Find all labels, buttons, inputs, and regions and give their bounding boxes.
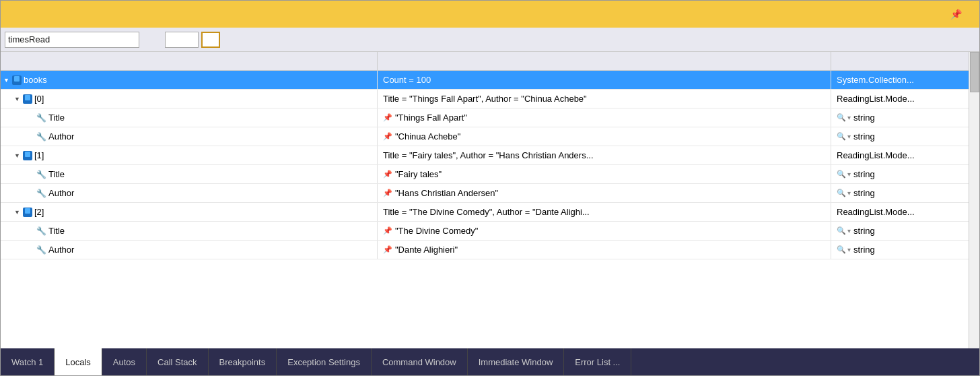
tab-exception-settings[interactable]: Exception Settings — [277, 348, 372, 375]
expand-icon[interactable]: ▼ — [14, 96, 21, 102]
table-header — [1, 52, 979, 71]
cell-name: 🔧Title — [1, 108, 378, 127]
tab-error-list-...[interactable]: Error List ... — [564, 348, 631, 375]
cell-type: 🔍▾string — [831, 222, 979, 240]
forward-button[interactable] — [150, 38, 155, 41]
value-text: Title = "Things Fall Apart", Author = "C… — [383, 94, 587, 104]
cell-value: 📌"The Divine Comedy" — [378, 222, 831, 240]
cell-type: ReadingList.Mode... — [831, 90, 979, 108]
close-btn[interactable] — [969, 13, 974, 15]
table-row[interactable]: ▼[2]Title = "The Divine Comedy", Author … — [1, 203, 979, 222]
tab-autos[interactable]: Autos — [102, 348, 147, 375]
type-dropdown-arrow[interactable]: ▾ — [847, 133, 851, 140]
cell-type: System.Collection... — [831, 71, 979, 89]
cell-value: 📌"Fairy tales" — [378, 165, 831, 183]
column-header-type — [831, 52, 979, 70]
tab-breakpoints[interactable]: Breakpoints — [209, 348, 277, 375]
type-dropdown-arrow[interactable]: ▾ — [847, 189, 851, 197]
tab-command-window[interactable]: Command Window — [372, 348, 468, 375]
cell-name: ▼[1] — [1, 146, 378, 164]
table-row[interactable]: 🔧Title📌"Things Fall Apart"🔍▾string — [1, 108, 979, 127]
value-text: "The Divine Comedy" — [395, 226, 478, 236]
column-header-value — [378, 52, 831, 70]
pin-icon[interactable]: 📌 — [383, 226, 392, 235]
table-row[interactable]: 🔧Author📌"Hans Christian Andersen"🔍▾strin… — [1, 184, 979, 203]
type-text: string — [853, 131, 875, 142]
expand-icon[interactable]: ▼ — [14, 209, 21, 216]
table-row[interactable]: 🔧Title📌"Fairy tales"🔍▾string — [1, 165, 979, 184]
search-inline-icon[interactable]: 🔍 — [837, 226, 846, 235]
table-row[interactable]: 🔧Title📌"The Divine Comedy"🔍▾string — [1, 222, 979, 241]
table-row[interactable]: ▼[1]Title = "Fairy tales", Author = "Han… — [1, 146, 979, 165]
type-text: string — [853, 169, 875, 179]
type-dropdown-arrow[interactable]: ▾ — [847, 246, 851, 253]
dropdown-btn[interactable] — [938, 13, 944, 15]
table-area: ▼booksCount = 100System.Collection...▼[0… — [1, 52, 979, 348]
value-text: "Fairy tales" — [395, 169, 442, 179]
search-inline-icon[interactable]: 🔍 — [837, 189, 846, 197]
cell-name: 🔧Title — [1, 165, 378, 183]
name-text: Author — [48, 131, 74, 142]
search-input[interactable] — [8, 34, 116, 44]
cell-name: 🔧Author — [1, 127, 378, 146]
wrench-icon: 🔧 — [36, 245, 46, 255]
type-text: string — [853, 113, 875, 123]
cell-name: 🔧Title — [1, 222, 378, 240]
table-row[interactable]: ▼booksCount = 100System.Collection... — [1, 71, 979, 90]
column-header-name — [1, 52, 378, 70]
tab-immediate-window[interactable]: Immediate Window — [468, 348, 565, 375]
scrollbar-thumb[interactable] — [970, 52, 979, 92]
value-text: "Things Fall Apart" — [395, 113, 467, 123]
search-inline-icon[interactable]: 🔍 — [837, 170, 846, 179]
value-text: "Dante Alighieri" — [395, 245, 458, 255]
name-text: books — [24, 75, 47, 85]
pin-icon[interactable]: 📌 — [383, 245, 392, 254]
name-text: Author — [48, 245, 74, 255]
type-text: System.Collection... — [837, 75, 914, 85]
cell-name: 🔧Author — [1, 184, 378, 202]
pin-icon[interactable]: 📌 — [383, 189, 392, 197]
filter-button[interactable] — [201, 32, 220, 48]
main-window: 📌 ▼booksCount = 100System.Collection — [0, 0, 980, 376]
table-body: ▼booksCount = 100System.Collection...▼[0… — [1, 71, 979, 348]
pin-icon[interactable]: 📌 — [383, 113, 392, 122]
tab-locals[interactable]: Locals — [55, 348, 102, 375]
search-inline-icon[interactable]: 🔍 — [837, 245, 846, 254]
wrench-icon: 🔧 — [36, 226, 46, 236]
pin-icon[interactable]: 📌 — [383, 170, 392, 179]
name-text: [2] — [34, 207, 44, 217]
name-text: Title — [48, 113, 65, 123]
cell-value: 📌"Things Fall Apart" — [378, 108, 831, 127]
cell-value: Title = "The Divine Comedy", Author = "D… — [378, 203, 831, 221]
cell-type: 🔍▾string — [831, 165, 979, 183]
cell-name: 🔧Author — [1, 241, 378, 259]
type-dropdown-arrow[interactable]: ▾ — [847, 227, 851, 234]
pin-icon[interactable]: 📌 — [383, 132, 392, 141]
expand-icon[interactable]: ▼ — [14, 152, 21, 159]
type-dropdown-arrow[interactable]: ▾ — [847, 170, 851, 178]
name-text: Title — [48, 226, 65, 236]
table-row[interactable]: ▼[0]Title = "Things Fall Apart", Author … — [1, 90, 979, 108]
back-button[interactable] — [142, 38, 147, 41]
search-inline-icon[interactable]: 🔍 — [837, 132, 846, 141]
search-wrapper — [5, 32, 139, 48]
tab-watch-1[interactable]: Watch 1 — [1, 348, 55, 375]
cell-value: 📌"Dante Alighieri" — [378, 241, 831, 259]
name-text: Author — [48, 188, 74, 198]
expand-icon[interactable]: ▼ — [3, 77, 10, 84]
type-text: string — [853, 188, 875, 198]
cell-value: 📌"Hans Christian Andersen" — [378, 184, 831, 202]
wrench-icon: 🔧 — [36, 132, 46, 142]
cell-value: 📌"Chinua Achebe" — [378, 127, 831, 146]
name-text: Title — [48, 169, 65, 179]
tab-call-stack[interactable]: Call Stack — [147, 348, 209, 375]
table-row[interactable]: 🔧Author📌"Chinua Achebe"🔍▾string — [1, 127, 979, 146]
table-row[interactable]: 🔧Author📌"Dante Alighieri"🔍▾string — [1, 241, 979, 259]
pin-btn[interactable]: 📌 — [948, 7, 965, 21]
cell-name: ▼[2] — [1, 203, 378, 221]
cell-type: 🔍▾string — [831, 241, 979, 259]
scrollbar-track[interactable] — [969, 52, 979, 348]
type-text: ReadingList.Mode... — [837, 207, 915, 217]
search-inline-icon[interactable]: 🔍 — [837, 113, 846, 122]
type-dropdown-arrow[interactable]: ▾ — [847, 114, 851, 121]
